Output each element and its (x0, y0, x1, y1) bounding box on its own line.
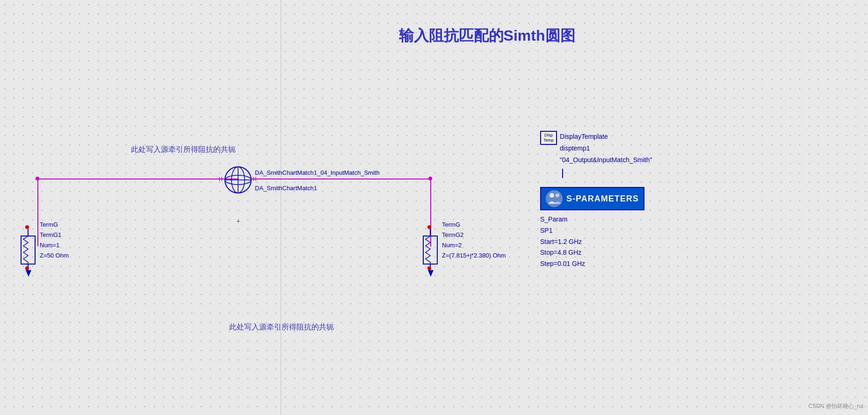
termg-right-arrow (428, 270, 434, 279)
termg-left-component[interactable]: TermG TermG1 Num=1 Z=50 Ohm (19, 229, 37, 273)
minus-terminal-right (427, 266, 431, 270)
conn-dot-left (36, 177, 39, 180)
sparams-name: S_Param (540, 214, 644, 225)
termg-right-header: TermG (442, 220, 506, 230)
sparams-stop: Stop=4.8 GHz (540, 247, 644, 258)
termg-left-symbol (19, 229, 37, 271)
disp-temp-box: Disp Temp (540, 131, 557, 145)
disp-temp-text: DisplayTemplate disptemp1 "04_Output&Inp… (560, 131, 652, 178)
svg-point-19 (550, 193, 554, 198)
sparams-instance: SP1 (540, 225, 644, 236)
wire-top-right (258, 179, 431, 179)
termg-left-z: Z=50 Ohm (40, 250, 69, 261)
termg-right-num: Num=2 (442, 240, 506, 250)
source-label-top: 此处写入源牵引所得阻抗的共轭 (131, 145, 236, 155)
display-template-block[interactable]: Disp Temp DisplayTemplate disptemp1 "04_… (540, 131, 652, 178)
divider-line (281, 0, 281, 415)
watermark: CSDN @怡坏晓心_rui (808, 402, 863, 410)
termg-left-labels: TermG TermG1 Num=1 Z=50 Ohm (40, 220, 69, 261)
page-title: 输入阻抗匹配的Simth圆图 (399, 26, 575, 46)
sparams-params: S_Param SP1 Start=1.2 GHz Stop=4.8 GHz S… (540, 214, 644, 270)
sparams-title: S-PARAMETERS (566, 194, 639, 204)
termg-left-header: TermG (40, 220, 69, 230)
termg-right-labels: TermG TermG2 Num=2 Z=(7.815+j*2.380) Ohm (442, 220, 506, 261)
smith-chart-label-top: DA_SmithChartMatch1_04_InputMatch_Smith (255, 169, 380, 176)
svg-rect-13 (21, 236, 35, 264)
disp-box-line2: Temp (543, 138, 554, 143)
termg-left-num: Num=1 (40, 240, 69, 250)
disp-temp-name: disptemp1 (560, 143, 652, 154)
disp-temp-vline (562, 169, 563, 178)
smith-chart-component[interactable] (223, 165, 253, 197)
disp-temp-label: DisplayTemplate (560, 131, 652, 143)
wire-top-left (37, 179, 239, 179)
smith-chart-icon (223, 165, 253, 195)
termg-right-z: Z=(7.815+j*2.380) Ohm (442, 250, 506, 261)
sparams-step: Step=0.01 GHz (540, 258, 644, 270)
svg-point-20 (556, 193, 559, 197)
cross-mark: + (237, 218, 240, 225)
termg-right-name: TermG2 (442, 230, 506, 240)
svg-marker-18 (428, 270, 434, 277)
sparams-people-icon (547, 192, 561, 206)
disp-temp-value: "04_Output&InputMatch_Smith" (560, 154, 652, 166)
plus-terminal-left (25, 225, 29, 229)
termg-left-name: TermG1 (40, 230, 69, 240)
smith-chart-label-bottom: DA_SmithChartMatch1 (255, 185, 317, 192)
termg-right-component[interactable]: TermG TermG2 Num=2 Z=(7.815+j*2.380) Ohm (421, 229, 440, 273)
plus-terminal-right (427, 225, 431, 229)
svg-marker-14 (26, 270, 31, 277)
minus-terminal-left (25, 266, 29, 270)
wire-left-down (37, 179, 38, 246)
sparams-block[interactable]: S-PARAMETERS S_Param SP1 Start=1.2 GHz S… (540, 187, 644, 270)
conn-dot-right (428, 177, 432, 180)
disp-box-line1: Disp (544, 133, 553, 138)
source-label-bottom: 此处写入源牵引所得阻抗的共轭 (229, 322, 334, 332)
sparams-start: Start=1.2 GHz (540, 236, 644, 248)
termg-right-symbol (421, 229, 440, 271)
svg-rect-17 (423, 236, 437, 264)
termg-left-arrow (26, 270, 31, 279)
sparams-header: S-PARAMETERS (540, 187, 644, 210)
sparams-icon (546, 190, 563, 207)
